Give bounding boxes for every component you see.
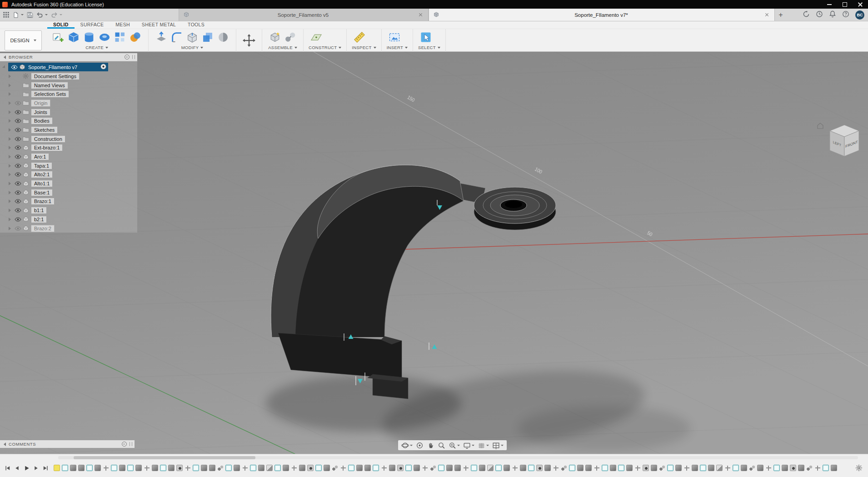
go-to-start-button[interactable] xyxy=(4,465,11,472)
timeline-feature-extrude[interactable] xyxy=(95,465,101,471)
timeline-feature-extrude[interactable] xyxy=(70,465,76,471)
look-at-button[interactable] xyxy=(415,441,424,450)
browser-item-aro-1[interactable]: Aro:1 xyxy=(0,152,137,161)
timeline-feature-sketch[interactable] xyxy=(405,465,412,471)
display-settings-button[interactable] xyxy=(462,441,475,450)
avatar[interactable]: BC xyxy=(855,10,864,20)
expand-arrow-icon[interactable] xyxy=(5,218,14,221)
timeline-feature-joint[interactable] xyxy=(749,465,755,471)
timeline-feature-sketch[interactable] xyxy=(773,465,780,471)
close-tab-icon[interactable] xyxy=(418,12,424,18)
press-pull-icon[interactable] xyxy=(154,30,169,45)
orbit-button[interactable] xyxy=(400,441,414,450)
home-icon[interactable] xyxy=(818,123,823,129)
browser-item-selection-sets[interactable]: Selection Sets xyxy=(0,89,137,99)
timeline-feature-sketch[interactable] xyxy=(618,465,624,471)
browser-item-tapa-1[interactable]: Tapa:1 xyxy=(0,161,137,170)
timeline-feature-extrude[interactable] xyxy=(610,465,616,471)
timeline-feature-sketch[interactable] xyxy=(823,465,829,471)
viewports-button[interactable] xyxy=(491,441,504,450)
timeline-feature-hole[interactable] xyxy=(307,465,314,471)
timeline-feature-extrude[interactable] xyxy=(389,465,395,471)
timeline-feature-move[interactable] xyxy=(381,465,387,471)
timeline-feature-move[interactable] xyxy=(291,465,297,471)
browser-item-bodies[interactable]: Bodies xyxy=(0,116,137,125)
browser-item-label[interactable]: b1:1 xyxy=(31,207,47,214)
browser-header[interactable]: BROWSER xyxy=(0,53,137,61)
timeline-feature-extrude[interactable] xyxy=(741,465,747,471)
timeline-feature-extrude[interactable] xyxy=(364,465,371,471)
browser-item-label[interactable]: Bodies xyxy=(31,117,53,124)
timeline-feature-joint[interactable] xyxy=(332,465,338,471)
browser-item-brazo-2[interactable]: Brazo:2 xyxy=(0,224,137,233)
timeline-feature-sketch[interactable] xyxy=(315,465,322,471)
timeline-feature-sketch[interactable] xyxy=(250,465,256,471)
visibility-eye-icon[interactable] xyxy=(14,110,22,114)
timeline-feature-extrude[interactable] xyxy=(651,465,657,471)
timeline-feature-extrude[interactable] xyxy=(544,465,551,471)
grid-settings-button[interactable] xyxy=(477,441,490,450)
extensions-icon[interactable] xyxy=(803,10,810,20)
timeline-feature-extrude[interactable] xyxy=(168,465,175,471)
expand-arrow-icon[interactable] xyxy=(5,146,14,149)
timeline-feature-extrude[interactable] xyxy=(692,465,698,471)
browser-item-sketches[interactable]: Sketches xyxy=(0,125,137,134)
close-button[interactable] xyxy=(853,0,868,9)
new-component-icon[interactable] xyxy=(267,30,283,45)
expand-arrow-icon[interactable] xyxy=(5,182,14,185)
timeline-feature-extrude[interactable] xyxy=(135,465,142,471)
visibility-eye-icon[interactable] xyxy=(14,181,22,186)
minimize-panel-icon[interactable] xyxy=(122,442,127,447)
browser-item-label[interactable]: Ext-brazo:1 xyxy=(31,144,63,151)
timeline-feature-extrude[interactable] xyxy=(324,465,330,471)
browser-item-label[interactable]: Joints xyxy=(31,109,50,116)
browser-item-label[interactable]: Document Settings xyxy=(31,73,80,80)
new-sketch-icon[interactable] xyxy=(50,30,66,45)
browser-item-alto1-1[interactable]: Alto1:1 xyxy=(0,179,137,188)
timeline-feature-extrude[interactable] xyxy=(283,465,289,471)
visibility-eye-icon[interactable] xyxy=(14,154,22,159)
ribbon-tab-solid[interactable]: SOLID xyxy=(47,21,75,29)
browser-item-label[interactable]: b2:1 xyxy=(31,216,47,223)
timeline-feature-move[interactable] xyxy=(340,465,346,471)
timeline-feature-extrude[interactable] xyxy=(831,465,837,471)
timeline-feature-sketch[interactable] xyxy=(471,465,477,471)
timeline-feature-hole[interactable] xyxy=(176,465,183,471)
timeline-feature-extrude[interactable] xyxy=(201,465,207,471)
timeline-scrollbar[interactable] xyxy=(58,456,858,459)
panel-grip-icon[interactable] xyxy=(132,55,135,59)
timeline-scroll-thumb[interactable] xyxy=(74,456,255,459)
timeline-feature-joint[interactable] xyxy=(561,465,567,471)
browser-item-construction[interactable]: Construction xyxy=(0,134,137,144)
timeline-feature-sketch[interactable] xyxy=(111,465,117,471)
timeline-feature-sketch[interactable] xyxy=(193,465,199,471)
file-button[interactable] xyxy=(13,12,24,18)
browser-item-brazo-1[interactable]: Brazo:1 xyxy=(0,197,137,206)
visibility-eye-icon[interactable] xyxy=(14,145,22,150)
minimize-button[interactable] xyxy=(822,0,837,9)
timeline-feature-sketch[interactable] xyxy=(528,465,534,471)
combine-icon[interactable] xyxy=(200,30,215,45)
timeline-feature-extrude[interactable] xyxy=(356,465,363,471)
timeline-feature-hole[interactable] xyxy=(397,465,404,471)
timeline-feature-extrude[interactable] xyxy=(446,465,453,471)
timeline-feature-extrude[interactable] xyxy=(757,465,763,471)
timeline-feature-sketch[interactable] xyxy=(495,465,502,471)
joint-icon[interactable] xyxy=(283,30,298,45)
timeline-feature-move[interactable] xyxy=(634,465,641,471)
activate-component-radio[interactable] xyxy=(100,63,106,71)
timeline-feature-move[interactable] xyxy=(594,465,600,471)
timeline-feature-move[interactable] xyxy=(765,465,772,471)
expand-arrow-icon[interactable] xyxy=(5,75,14,78)
move-copy-icon[interactable] xyxy=(241,33,257,48)
undo-button[interactable] xyxy=(36,11,48,18)
timeline-feature-extrude[interactable] xyxy=(708,465,714,471)
timeline-feature-move[interactable] xyxy=(553,465,559,471)
notifications-icon[interactable] xyxy=(829,10,836,20)
timeline-feature-extrude[interactable] xyxy=(585,465,592,471)
timeline-feature-move[interactable] xyxy=(185,465,191,471)
help-icon[interactable] xyxy=(842,10,849,20)
timeline-feature-move[interactable] xyxy=(144,465,150,471)
timeline-feature-sketch[interactable] xyxy=(373,465,379,471)
expand-arrow-icon[interactable] xyxy=(5,155,14,159)
